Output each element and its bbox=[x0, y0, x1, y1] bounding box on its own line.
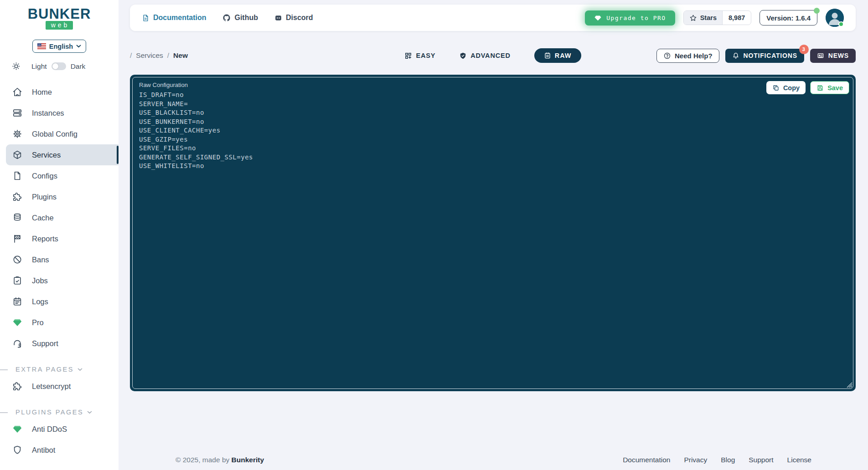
sidebar-item-logs[interactable]: Logs bbox=[0, 291, 119, 312]
sidebar-item-label: Cache bbox=[32, 214, 54, 222]
nav-link-documentation[interactable]: Documentation bbox=[142, 14, 206, 22]
brand-link[interactable]: Bunkerity bbox=[232, 456, 264, 464]
tab-label: ADVANCED bbox=[470, 52, 511, 59]
notifications-button[interactable]: NOTIFICATIONS 3 bbox=[725, 49, 804, 63]
theme-switch[interactable] bbox=[52, 62, 66, 70]
sidebar-item-pro[interactable]: Pro bbox=[0, 312, 119, 333]
sidebar-item-label: Logs bbox=[32, 297, 48, 306]
theme-toggle-row: Light Dark bbox=[0, 62, 119, 71]
upgrade-label: Upgrade to PRO bbox=[606, 15, 666, 21]
tab-label: EASY bbox=[416, 52, 435, 59]
tab-easy[interactable]: EASY bbox=[404, 52, 435, 60]
upgrade-to-pro-button[interactable]: Upgrade to PRO bbox=[585, 10, 675, 26]
sidebar-item-global-config[interactable]: Global Config bbox=[0, 123, 119, 144]
save-button[interactable]: Save bbox=[810, 81, 849, 94]
shield-check-icon bbox=[459, 52, 467, 60]
copyright-text: © 2025, made by bbox=[176, 456, 232, 464]
editor-bordered-area: Raw Configuration IS_DRAFT=no SERVER_NAM… bbox=[132, 77, 853, 389]
sidebar-item-label: Plugins bbox=[32, 193, 57, 201]
bell-icon bbox=[732, 52, 739, 59]
mode-tabs: EASY ADVANCED RAW bbox=[404, 48, 581, 63]
sidebar-item-antibot[interactable]: Antibot bbox=[0, 439, 119, 460]
language-selector[interactable]: English bbox=[32, 40, 86, 53]
puzzle-icon bbox=[12, 381, 23, 391]
sidebar-item-label: Support bbox=[32, 339, 58, 348]
sidebar-item-label: Home bbox=[32, 88, 52, 97]
version-label: Version: 1.6.4 bbox=[766, 14, 811, 22]
footer-link-documentation[interactable]: Documentation bbox=[623, 456, 670, 464]
us-flag-icon bbox=[37, 43, 46, 49]
database-icon bbox=[12, 213, 23, 223]
logo-subtitle: web bbox=[46, 21, 73, 30]
sidebar-item-plugins[interactable]: Plugins bbox=[0, 186, 119, 207]
sidebar-item-label: Bans bbox=[32, 255, 49, 264]
cube-icon bbox=[12, 150, 23, 160]
shield-icon bbox=[12, 445, 23, 455]
sidebar-item-letsencrypt[interactable]: Letsencrypt bbox=[0, 376, 119, 397]
sidebar-item-reports[interactable]: Reports bbox=[0, 228, 119, 249]
sidebar-item-label: Instances bbox=[32, 109, 64, 118]
raw-config-editor: Raw Configuration IS_DRAFT=no SERVER_NAM… bbox=[130, 75, 856, 391]
notification-count-badge: 3 bbox=[799, 45, 809, 54]
gear-icon bbox=[12, 129, 23, 139]
version-status-dot bbox=[814, 8, 820, 14]
section-plugins-pages[interactable]: PLUGINS PAGES bbox=[0, 409, 119, 416]
sidebar-item-anti-ddos[interactable]: Anti DDoS bbox=[0, 419, 119, 439]
sidebar-item-services[interactable]: Services bbox=[6, 144, 119, 165]
news-button[interactable]: NEWS bbox=[810, 49, 856, 63]
tab-raw[interactable]: RAW bbox=[534, 48, 581, 63]
github-stars-widget[interactable]: Stars 8,987 bbox=[683, 10, 752, 25]
sidebar-item-instances[interactable]: Instances bbox=[0, 102, 119, 123]
sidebar-item-cache[interactable]: Cache bbox=[0, 207, 119, 228]
sidebar-item-label: Configs bbox=[32, 172, 57, 180]
ban-icon bbox=[12, 255, 23, 265]
footer-link-support[interactable]: Support bbox=[749, 456, 773, 464]
sidebar-item-label: Services bbox=[32, 151, 61, 159]
file-icon bbox=[12, 171, 23, 181]
theme-light-label: Light bbox=[31, 62, 47, 71]
tab-label: RAW bbox=[555, 52, 572, 59]
nav-link-github[interactable]: Github bbox=[222, 14, 258, 22]
chevron-down-icon bbox=[87, 411, 92, 414]
sidebar-item-home[interactable]: Home bbox=[0, 82, 119, 102]
section-extra-pages[interactable]: EXTRA PAGES bbox=[0, 366, 119, 373]
sidebar-item-support[interactable]: Support bbox=[0, 333, 119, 354]
section-title: PLUGINS PAGES bbox=[16, 409, 83, 416]
plugins-pages-menu: Anti DDoS Antibot bbox=[0, 419, 119, 460]
nav-links: Documentation Github Discord bbox=[142, 14, 313, 22]
sidebar-menu: Home Instances Global Config Services Co… bbox=[0, 82, 119, 354]
calendar-icon bbox=[12, 296, 23, 307]
chevron-down-icon bbox=[78, 368, 83, 371]
copy-icon bbox=[772, 84, 780, 92]
extra-pages-menu: Letsencrypt bbox=[0, 376, 119, 397]
sidebar-item-configs[interactable]: Configs bbox=[0, 165, 119, 186]
raw-config-textarea[interactable]: IS_DRAFT=no SERVER_NAME= USE_BLACKLIST=n… bbox=[139, 91, 847, 384]
puzzle-icon bbox=[12, 192, 23, 202]
home-icon bbox=[12, 87, 23, 97]
footer-link-privacy[interactable]: Privacy bbox=[684, 456, 707, 464]
star-icon bbox=[689, 14, 697, 22]
need-help-button[interactable]: Need Help? bbox=[656, 49, 719, 63]
sidebar-item-label: Global Config bbox=[32, 130, 78, 138]
nav-link-label: Github bbox=[234, 14, 258, 22]
sidebar-item-jobs[interactable]: Jobs bbox=[0, 270, 119, 291]
resize-grip[interactable] bbox=[847, 382, 852, 388]
notifications-label: NOTIFICATIONS bbox=[744, 52, 797, 59]
footer-link-license[interactable]: License bbox=[787, 456, 811, 464]
copy-button[interactable]: Copy bbox=[766, 81, 806, 94]
stars-label-segment: Stars bbox=[684, 11, 723, 25]
user-avatar[interactable] bbox=[826, 9, 844, 27]
tab-advanced[interactable]: ADVANCED bbox=[459, 52, 511, 60]
breadcrumb-services[interactable]: Services bbox=[136, 51, 163, 60]
breadcrumb-separator: / bbox=[167, 51, 169, 60]
server-icon bbox=[12, 108, 23, 118]
github-icon bbox=[222, 14, 231, 22]
top-navbar: Documentation Github Discord Upgrade to … bbox=[130, 5, 856, 31]
nav-link-discord[interactable]: Discord bbox=[274, 14, 313, 22]
version-badge[interactable]: Version: 1.6.4 bbox=[760, 10, 817, 26]
sidebar-item-bans[interactable]: Bans bbox=[0, 249, 119, 270]
nav-link-label: Documentation bbox=[153, 14, 206, 22]
footer-link-blog[interactable]: Blog bbox=[721, 456, 735, 464]
need-help-label: Need Help? bbox=[675, 52, 713, 60]
copy-label: Copy bbox=[783, 84, 800, 92]
